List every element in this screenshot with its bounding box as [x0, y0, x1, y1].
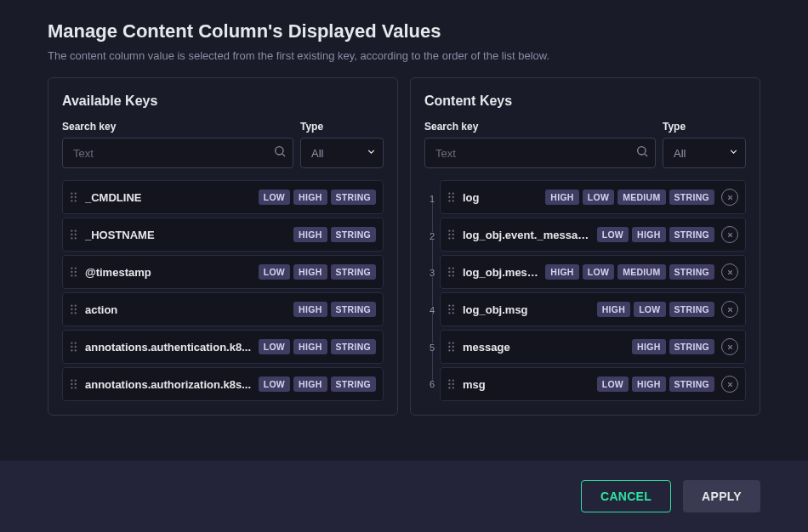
tag-group: LOWHIGHSTRING	[259, 376, 376, 392]
svg-point-20	[71, 304, 72, 306]
svg-point-64	[448, 304, 450, 306]
svg-point-32	[71, 379, 72, 381]
drag-handle-icon[interactable]	[70, 341, 78, 353]
tag-group: LOWHIGHSTRING	[597, 376, 714, 392]
tag: LOW	[597, 376, 629, 392]
tag: STRING	[669, 339, 714, 354]
svg-point-12	[71, 237, 72, 239]
row-index: 2	[424, 218, 440, 255]
drag-handle-icon[interactable]	[70, 266, 78, 278]
list-item[interactable]: msgLOWHIGHSTRING	[440, 367, 746, 401]
svg-point-74	[448, 346, 450, 348]
apply-button[interactable]: APPLY	[683, 480, 760, 512]
svg-point-50	[448, 234, 450, 235]
list-item[interactable]: log_obj.messa...HIGHLOWMEDIUMSTRING	[440, 255, 746, 289]
svg-point-30	[71, 349, 72, 351]
content-type-select[interactable]: All	[663, 138, 746, 168]
tag: STRING	[331, 302, 376, 317]
svg-point-34	[71, 383, 72, 385]
available-type-select[interactable]: All	[300, 138, 384, 168]
svg-point-85	[452, 387, 454, 388]
tag: STRING	[669, 264, 714, 280]
svg-point-21	[75, 304, 77, 306]
available-search-label: Search key	[62, 121, 293, 133]
cancel-button[interactable]: CANCEL	[581, 480, 671, 512]
drag-handle-icon[interactable]	[70, 229, 78, 241]
drag-handle-icon[interactable]	[447, 303, 456, 315]
remove-button[interactable]	[721, 263, 738, 280]
remove-button[interactable]	[721, 189, 738, 206]
remove-button[interactable]	[721, 226, 738, 243]
tag: LOW	[597, 227, 629, 242]
available-search-input[interactable]	[62, 138, 293, 168]
content-search-label: Search key	[424, 121, 656, 133]
drag-handle-icon[interactable]	[70, 191, 78, 203]
key-name: message	[463, 341, 625, 354]
available-list[interactable]: _CMDLINELOWHIGHSTRING_HOSTNAMEHIGHSTRING…	[62, 177, 384, 403]
drag-handle-icon[interactable]	[447, 378, 456, 390]
list-item[interactable]: annotations.authentication.k8...LOWHIGHS…	[62, 330, 384, 364]
tag: STRING	[669, 190, 714, 205]
key-name: @timestamp	[85, 266, 252, 279]
tag: HIGH	[293, 190, 327, 205]
row-index: 3	[424, 254, 440, 291]
tag: LOW	[259, 339, 290, 354]
key-name: action	[85, 303, 287, 316]
svg-point-44	[448, 200, 450, 201]
tag-group: LOWHIGHSTRING	[259, 339, 376, 354]
svg-point-13	[75, 237, 77, 239]
tag: HIGH	[293, 376, 327, 392]
svg-point-36	[71, 387, 72, 388]
content-list[interactable]: logHIGHLOWMEDIUMSTRINGlog_obj.event._mes…	[440, 177, 746, 403]
tag-group: HIGHLOWMEDIUMSTRING	[545, 190, 714, 205]
svg-point-77	[452, 349, 454, 351]
tag: STRING	[331, 264, 376, 280]
svg-point-15	[75, 267, 77, 269]
svg-point-80	[448, 379, 450, 381]
tag: HIGH	[293, 302, 327, 317]
tag: STRING	[669, 302, 714, 317]
remove-button[interactable]	[721, 301, 738, 318]
list-item[interactable]: log_obj.event._messageLOWHIGHSTRING	[440, 218, 746, 252]
list-item[interactable]: logHIGHLOWMEDIUMSTRING	[440, 180, 746, 214]
tag: STRING	[331, 376, 376, 392]
list-item[interactable]: messageHIGHSTRING	[440, 330, 746, 364]
svg-point-11	[75, 234, 77, 235]
drag-handle-icon[interactable]	[447, 191, 456, 203]
available-list-area: _CMDLINELOWHIGHSTRING_HOSTNAMEHIGHSTRING…	[62, 177, 384, 403]
drag-handle-icon[interactable]	[447, 229, 456, 241]
tag-group: HIGHSTRING	[293, 302, 376, 317]
svg-point-66	[448, 308, 450, 310]
list-item[interactable]: _HOSTNAMEHIGHSTRING	[62, 218, 384, 252]
svg-point-43	[452, 196, 454, 198]
svg-point-4	[71, 196, 72, 198]
svg-point-84	[448, 387, 450, 388]
svg-point-58	[448, 271, 450, 273]
svg-point-59	[452, 271, 454, 273]
svg-point-49	[452, 229, 454, 231]
tag-group: HIGHLOWMEDIUMSTRING	[545, 264, 714, 280]
svg-point-19	[75, 274, 77, 276]
drag-handle-icon[interactable]	[70, 378, 78, 390]
content-search-input[interactable]	[424, 138, 656, 168]
svg-point-5	[75, 196, 77, 198]
svg-point-35	[75, 383, 77, 385]
tag: MEDIUM	[617, 264, 665, 280]
available-keys-title: Available Keys	[62, 93, 384, 109]
drag-handle-icon[interactable]	[447, 266, 456, 278]
tag: LOW	[583, 190, 614, 205]
svg-point-29	[75, 346, 77, 348]
list-item[interactable]: actionHIGHSTRING	[62, 292, 384, 326]
list-item[interactable]: @timestampLOWHIGHSTRING	[62, 255, 384, 289]
list-item[interactable]: log_obj.msgHIGHLOWSTRING	[440, 292, 746, 326]
svg-point-67	[452, 308, 454, 310]
remove-button[interactable]	[721, 338, 738, 355]
remove-button[interactable]	[721, 376, 738, 393]
drag-handle-icon[interactable]	[70, 303, 78, 315]
list-item[interactable]: _CMDLINELOWHIGHSTRING	[62, 180, 384, 214]
svg-point-27	[75, 342, 77, 343]
drag-handle-icon[interactable]	[447, 341, 456, 353]
list-item[interactable]: annotations.authorization.k8s...LOWHIGHS…	[62, 367, 384, 401]
svg-point-57	[452, 267, 454, 269]
dialog-header: Manage Content Column's Displayed Values…	[0, 0, 808, 77]
